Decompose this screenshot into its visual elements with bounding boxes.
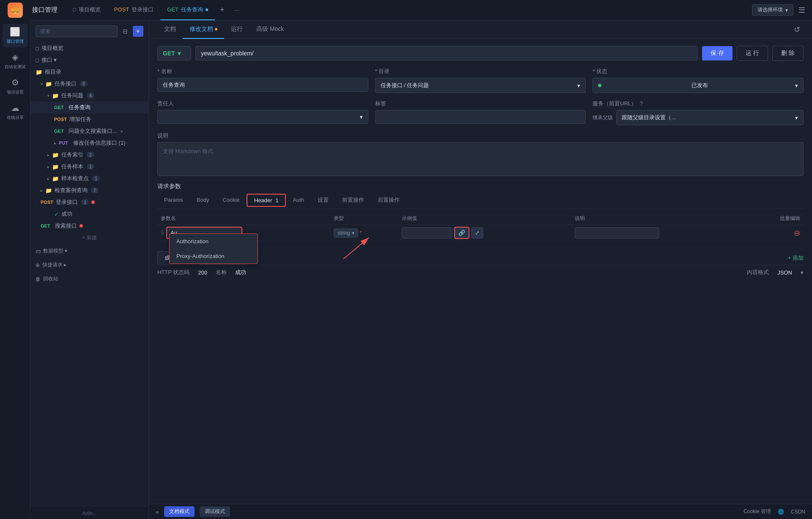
tab-login[interactable]: POST 登录接口 xyxy=(107,0,160,20)
tab-add-button[interactable]: + xyxy=(215,5,230,14)
env-chevron-icon: ▾ xyxy=(785,7,788,13)
tags-input[interactable] xyxy=(375,110,586,124)
run-button[interactable]: 运 行 xyxy=(737,46,768,61)
tab-run[interactable]: 运行 xyxy=(224,20,250,39)
sidebar-item-online-share[interactable]: ☁ 在线分享 xyxy=(3,100,28,124)
autocomplete-item-authorization[interactable]: Authorization xyxy=(170,234,258,249)
settings-icon[interactable]: ↺ xyxy=(790,25,804,34)
task-problem-chevron: ▾ xyxy=(47,93,49,98)
param-tab-cookie[interactable]: Cookie xyxy=(216,193,246,207)
tree-item-add-task[interactable]: POST 增加任务 xyxy=(30,113,148,125)
response-info-row: HTTP 状态码 200 名称 成功 内容格式 JSON ▾ xyxy=(157,265,804,280)
type-badge[interactable]: string ▾ xyxy=(334,228,358,238)
tree-item-case-query[interactable]: ▸ 📁 检查案例查询 7 xyxy=(30,184,148,196)
csdn-label[interactable]: CSDN xyxy=(791,509,805,515)
data-model-item[interactable]: 🗃 数据模型 ▾ xyxy=(30,244,148,258)
edit-docs-dot xyxy=(215,28,217,30)
col-type: 类型 xyxy=(330,212,398,225)
cookie-mgmt-label[interactable]: Cookie 管理 xyxy=(743,508,771,515)
tab-edit-docs[interactable]: 修改文档 xyxy=(183,20,224,39)
tree-item-task-index[interactable]: ▸ 📁 任务索引 2 xyxy=(30,149,148,161)
param-icon-btn[interactable]: 🔗 xyxy=(454,227,469,239)
tree-item-task-api[interactable]: ▾ 📁 任务接口 8 xyxy=(30,78,148,90)
tree-item-api[interactable]: □ 接口 ▾ xyxy=(30,54,148,66)
service-url-sub: 继承父级 跟随父级目录设置（... ▾ xyxy=(593,110,804,125)
tree-item-search-api2[interactable]: GET 搜索接口 xyxy=(30,220,148,232)
tab-advanced-mock[interactable]: 高级 Mock xyxy=(250,20,291,39)
tab-more-button[interactable]: ··· xyxy=(230,7,244,13)
add-response-label: + 添加 xyxy=(788,255,804,261)
owner-select[interactable]: ▾ xyxy=(157,110,368,124)
tree-item-success[interactable]: ✓ 成功 xyxy=(30,208,148,220)
autocomplete-item-proxy-authorization[interactable]: Proxy-Authorization xyxy=(170,249,258,264)
name-group: * 名称 xyxy=(157,68,368,92)
search-api-dot: ● xyxy=(121,129,123,134)
tab-docs[interactable]: 文档 xyxy=(157,20,183,39)
service-select[interactable]: 跟随父级目录设置（... ▾ xyxy=(616,110,804,125)
dir-chevron-icon: ▾ xyxy=(577,82,580,89)
param-example-cell: 🔗 ⤢ xyxy=(398,225,571,241)
tree-item-login-api-label: 登录接口 xyxy=(56,198,78,206)
param-desc-input[interactable] xyxy=(575,227,659,239)
dir-select[interactable]: 任务接口 / 任务问题 ▾ xyxy=(375,78,586,93)
doc-mode-button[interactable]: 文档模式 xyxy=(164,506,195,517)
tree-item-task-problem-label: 任务问题 xyxy=(61,92,83,99)
tree-item-task-problem[interactable]: ▾ 📁 任务问题 4 xyxy=(30,90,148,102)
overview-folder-icon: □ xyxy=(36,45,39,52)
search-input[interactable] xyxy=(36,25,118,37)
tab-edit-docs-label: 修改文档 xyxy=(189,25,213,33)
collapse-icon[interactable]: « xyxy=(156,508,159,515)
tab-overview[interactable]: □ 项目概览 xyxy=(66,0,107,20)
tree-item-root[interactable]: 📁 根目录 xyxy=(30,66,148,78)
trash-item[interactable]: 🗑 回收站 xyxy=(30,272,148,286)
param-tab-auth[interactable]: Auth xyxy=(286,193,311,207)
hamburger-icon[interactable]: ☰ xyxy=(798,5,805,15)
param-tab-body[interactable]: Body xyxy=(190,193,216,207)
tree-item-task-api-label: 任务接口 xyxy=(55,80,77,88)
modify-task-method: PUT xyxy=(59,140,71,146)
param-tab-post-action[interactable]: 后置操作 xyxy=(371,193,406,208)
tree-item-modify-task-label: 修改任务信息接口 (1) xyxy=(73,139,126,147)
param-tab-header[interactable]: Header 1 xyxy=(247,194,286,207)
filter-button[interactable]: ⊟ xyxy=(121,26,129,36)
save-button[interactable]: 保 存 xyxy=(702,46,732,60)
earth-icon: 🌐 xyxy=(778,509,784,515)
quick-request-item[interactable]: ⊕ 快捷请求 ▸ xyxy=(30,258,148,272)
add-response-button[interactable]: + 添加 xyxy=(788,254,804,262)
tree-item-sample-checkpoint[interactable]: ▸ 📁 样本检查点 1 xyxy=(30,173,148,184)
service-help-icon[interactable]: ? xyxy=(640,100,643,107)
new-item-button[interactable]: + 新建 xyxy=(30,232,148,244)
remove-param-icon[interactable]: ⊖ xyxy=(794,229,800,237)
tree-item-search-api[interactable]: GET 问题全文搜索接口... ● xyxy=(30,125,148,137)
autocomplete-proxy-auth-label: Proxy-Authorization xyxy=(176,253,224,259)
env-selector[interactable]: 请选择环境 ▾ xyxy=(752,4,793,16)
delete-button[interactable]: 删 除 xyxy=(772,46,804,61)
desc-area[interactable]: 支持 Markdown 格式 xyxy=(157,142,804,176)
sidebar-item-auto-test[interactable]: ◈ 自动化测试 xyxy=(3,49,28,73)
name-input[interactable] xyxy=(157,78,368,92)
quick-request-label: 快捷请求 ▸ xyxy=(42,261,66,269)
top-right: 请选择环境 ▾ ☰ xyxy=(752,4,812,16)
param-tab-pre-action[interactable]: 前置操作 xyxy=(335,193,371,208)
sidebar-item-api-mgmt[interactable]: ⬜ 接口管理 xyxy=(3,24,28,47)
param-tab-settings[interactable]: 设置 xyxy=(311,193,335,208)
method-select[interactable]: GET ▾ xyxy=(157,46,191,60)
tree-item-overview[interactable]: □ 项目概览 xyxy=(30,42,148,54)
param-example-input[interactable] xyxy=(402,227,453,239)
param-expand-btn[interactable]: ⤢ xyxy=(471,227,483,239)
param-tab-params[interactable]: Params xyxy=(157,193,190,207)
sidebar-item-project-settings[interactable]: ⚙ 项目设置 xyxy=(3,74,28,98)
param-table-wrapper: 参数名 类型 示例值 说明 批量编辑 ⠿ xyxy=(157,212,804,241)
add-button[interactable]: + xyxy=(133,26,143,37)
type-value: string xyxy=(337,230,350,236)
env-selector-label: 请选择环境 xyxy=(757,6,783,14)
tree-item-task-sample[interactable]: ▸ 📁 任务样本 1 xyxy=(30,161,148,173)
tree-item-api-label: 接口 ▾ xyxy=(41,56,57,64)
tree-item-login-api[interactable]: POST 登录接口 1 xyxy=(30,196,148,208)
tab-task-query[interactable]: GET 任务查询 xyxy=(160,0,215,20)
status-select[interactable]: 已发布 ▾ xyxy=(593,78,804,93)
test-mode-button[interactable]: 调试模式 xyxy=(200,506,230,517)
tree-item-task-query[interactable]: GET 任务查询 xyxy=(30,102,148,113)
tree-item-modify-task[interactable]: ▸ PUT 修改任务信息接口 (1) xyxy=(30,137,148,149)
url-input[interactable] xyxy=(195,46,698,60)
